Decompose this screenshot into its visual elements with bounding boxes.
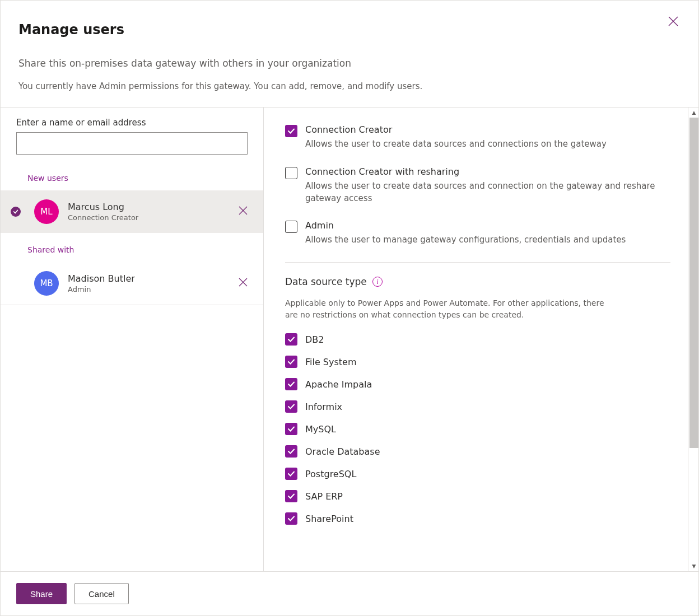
- search-input[interactable]: [16, 132, 248, 155]
- data-source-type-label: PostgreSQL: [305, 469, 356, 479]
- data-source-type-item[interactable]: SAP ERP: [285, 490, 670, 502]
- dialog-content: Enter a name or email address New users …: [1, 108, 698, 571]
- manage-users-dialog: Manage users Share this on-premises data…: [0, 0, 699, 616]
- permission-desc: Allows the user to create data sources a…: [305, 138, 607, 151]
- data-source-type-label: File System: [305, 357, 357, 367]
- data-source-type-item[interactable]: MySQL: [285, 423, 670, 435]
- remove-user-icon[interactable]: [236, 276, 250, 291]
- checkbox[interactable]: [285, 490, 297, 502]
- data-source-type-item[interactable]: SharePoint: [285, 512, 670, 525]
- search-label: Enter a name or email address: [16, 118, 248, 128]
- new-users-section-label: New users: [1, 161, 263, 190]
- users-pane: Enter a name or email address New users …: [1, 108, 264, 571]
- user-row-marcus-long[interactable]: ML Marcus Long Connection Creator: [1, 190, 263, 233]
- data-source-type-label: SharePoint: [305, 514, 353, 524]
- checkbox[interactable]: [285, 512, 297, 525]
- divider: [285, 262, 670, 263]
- data-source-type-heading: Data source type: [285, 276, 367, 287]
- scrollbar[interactable]: ▲ ▼: [688, 108, 698, 571]
- checkbox[interactable]: [285, 423, 297, 435]
- dialog-header: Manage users Share this on-premises data…: [1, 1, 698, 108]
- remove-user-icon[interactable]: [236, 204, 250, 220]
- dialog-permissions-note: You currently have Admin permissions for…: [18, 81, 681, 91]
- checkbox[interactable]: [285, 468, 297, 480]
- close-icon[interactable]: [668, 16, 678, 29]
- permission-title: Admin: [305, 220, 626, 231]
- data-source-type-label: Apache Impala: [305, 379, 372, 390]
- avatar: ML: [34, 199, 59, 224]
- permission-desc: Allows the user to manage gateway config…: [305, 234, 626, 246]
- share-button[interactable]: Share: [16, 583, 67, 604]
- data-source-type-desc: Applicable only to Power Apps and Power …: [285, 297, 616, 321]
- permission-title: Connection Creator with resharing: [305, 166, 670, 177]
- data-source-type-item[interactable]: File System: [285, 356, 670, 368]
- permission-desc: Allows the user to create data sources a…: [305, 180, 670, 205]
- permission-connection-creator-resharing[interactable]: Connection Creator with resharing Allows…: [285, 166, 670, 205]
- permission-title: Connection Creator: [305, 124, 607, 135]
- permissions-pane: Connection Creator Allows the user to cr…: [264, 108, 698, 571]
- checkbox[interactable]: [285, 167, 297, 179]
- data-source-type-item[interactable]: DB2: [285, 333, 670, 346]
- checkbox[interactable]: [285, 445, 297, 458]
- checkbox[interactable]: [285, 125, 297, 137]
- data-source-type-item[interactable]: PostgreSQL: [285, 468, 670, 480]
- scroll-down-icon[interactable]: ▼: [689, 561, 699, 571]
- user-row-madison-butler[interactable]: MB Madison Butler Admin: [1, 262, 263, 305]
- data-source-type-item[interactable]: Informix: [285, 400, 670, 413]
- scrollbar-thumb[interactable]: [689, 118, 698, 448]
- data-source-type-list: DB2File SystemApache ImpalaInformixMySQL…: [285, 333, 670, 525]
- scroll-up-icon[interactable]: ▲: [689, 108, 699, 118]
- dialog-subtitle: Share this on-premises data gateway with…: [18, 58, 681, 69]
- data-source-type-label: MySQL: [305, 424, 336, 435]
- checkmark-icon: [11, 207, 21, 217]
- user-role: Admin: [68, 285, 236, 293]
- data-source-type-label: SAP ERP: [305, 491, 343, 502]
- shared-with-section-label: Shared with: [1, 233, 263, 262]
- checkbox[interactable]: [285, 356, 297, 368]
- dialog-title: Manage users: [18, 22, 681, 38]
- data-source-type-item[interactable]: Oracle Database: [285, 445, 670, 458]
- info-icon[interactable]: i: [372, 277, 383, 287]
- checkbox[interactable]: [285, 333, 297, 346]
- user-name: Madison Butler: [68, 273, 236, 284]
- data-source-type-label: Informix: [305, 402, 342, 412]
- data-source-type-label: Oracle Database: [305, 446, 380, 457]
- data-source-type-label: DB2: [305, 334, 324, 345]
- checkbox[interactable]: [285, 400, 297, 413]
- avatar: MB: [34, 271, 59, 296]
- checkbox[interactable]: [285, 378, 297, 390]
- checkbox[interactable]: [285, 221, 297, 233]
- permission-admin[interactable]: Admin Allows the user to manage gateway …: [285, 220, 670, 246]
- cancel-button[interactable]: Cancel: [74, 583, 129, 604]
- permission-connection-creator[interactable]: Connection Creator Allows the user to cr…: [285, 124, 670, 151]
- user-role: Connection Creator: [68, 213, 236, 222]
- data-source-type-item[interactable]: Apache Impala: [285, 378, 670, 390]
- dialog-footer: Share Cancel: [1, 571, 698, 615]
- user-name: Marcus Long: [68, 202, 236, 212]
